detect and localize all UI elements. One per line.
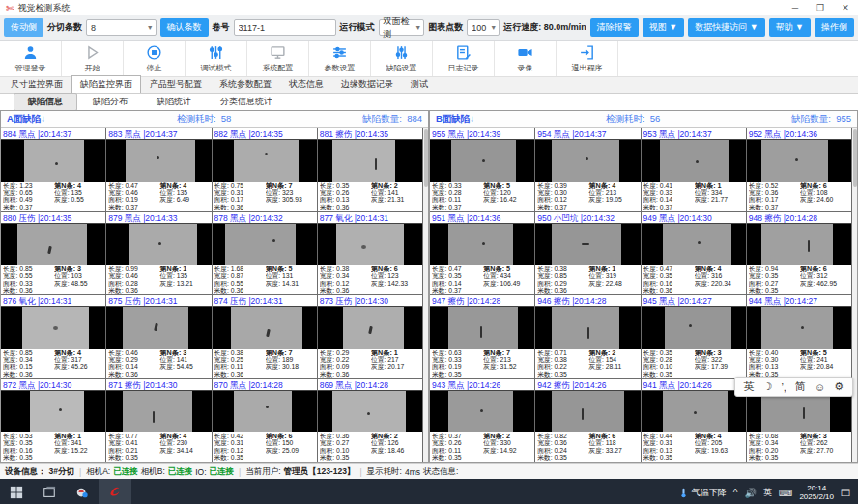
tab-4[interactable]: 系统参数配置 — [211, 75, 280, 93]
notification-center-icon[interactable]: 🗔 — [841, 488, 850, 498]
maximize-button[interactable]: ❐ — [808, 3, 833, 13]
minimize-button[interactable]: ─ — [783, 3, 808, 13]
defect-cell-870[interactable]: 870 黑点 |20:14:28长度: 0.42宽度: 0.31面积: 0.12… — [213, 379, 318, 463]
action-debug-sliders-button[interactable]: 调试模式 — [186, 41, 247, 76]
defect-thumbnail[interactable] — [106, 391, 211, 433]
clear-alarm-button[interactable]: 清除报警 — [590, 18, 639, 37]
help-menu-button[interactable]: 帮助 ▼ — [769, 18, 811, 37]
defect-thumbnail[interactable] — [213, 391, 317, 433]
defect-thumbnail[interactable] — [213, 307, 317, 349]
volume-icon[interactable]: 🔊 — [744, 488, 756, 498]
action-user-button[interactable]: 管理登录 — [0, 41, 62, 76]
action-exit-button[interactable]: 退出程序 — [557, 41, 618, 76]
defect-thumbnail[interactable] — [747, 224, 851, 266]
defect-cell-943[interactable]: 943 黑点 |20:14:26长度: 0.37宽度: 0.26面积: 0.11… — [430, 379, 535, 463]
defect-thumbnail[interactable] — [318, 391, 422, 433]
defect-thumbnail[interactable] — [430, 391, 534, 433]
panel-title[interactable]: B面缺陷↓ — [436, 113, 474, 126]
defect-thumbnail[interactable] — [106, 224, 211, 266]
defect-cell-944[interactable]: 944 黑点 |20:14:27长度: 0.40宽度: 0.30面积: 0.13… — [747, 295, 852, 379]
defect-thumbnail[interactable] — [642, 224, 746, 266]
chart-points-select[interactable]: 100▼ — [467, 19, 500, 36]
panel-title[interactable]: A面缺陷↓ — [7, 113, 45, 126]
task-view-button[interactable] — [33, 479, 66, 504]
run-mode-select[interactable]: 双面检测▼ — [379, 19, 425, 36]
keyboard-icon[interactable]: ⌨ — [779, 488, 792, 498]
defect-cell-941[interactable]: 941 黑点 |20:14:26长度: 0.44宽度: 0.31面积: 0.13… — [642, 379, 747, 463]
defect-thumbnail[interactable] — [535, 391, 640, 433]
defect-cell-950[interactable]: 950 小凹坑 |20:14:32长度: 0.38宽度: 0.85面积: 0.2… — [535, 212, 641, 296]
ime-emoji-icon[interactable]: ☺ — [815, 381, 825, 393]
defect-thumbnail[interactable] — [535, 224, 640, 266]
tab-6[interactable]: 边缘数据记录 — [332, 75, 402, 93]
defect-cell-871[interactable]: 871 擦伤 |20:14:30长度: 0.77宽度: 0.41面积: 0.21… — [106, 379, 212, 463]
defect-cell-873[interactable]: 873 压伤 |20:14:30长度: 0.29宽度: 0.22面积: 0.09… — [318, 295, 423, 379]
defect-thumbnail[interactable] — [535, 307, 640, 349]
ime-punctuation-toggle[interactable]: ’, — [781, 381, 786, 393]
tab-7[interactable]: 测试 — [402, 75, 437, 93]
defect-cell-878[interactable]: 878 黑点 |20:14:32长度: 1.68宽度: 0.87面积: 0.55… — [213, 212, 318, 296]
panel-scrollbar[interactable] — [852, 128, 857, 462]
action-monitor-button[interactable]: 系统配置 — [247, 41, 309, 76]
start-button[interactable] — [0, 479, 33, 504]
defect-cell-953[interactable]: 953 黑点 |20:14:37长度: 0.41宽度: 0.33面积: 0.14… — [642, 128, 747, 212]
defect-cell-875[interactable]: 875 压伤 |20:14:31长度: 0.46宽度: 0.29面积: 0.14… — [106, 295, 212, 379]
defect-cell-882[interactable]: 882 黑点 |20:14:35长度: 0.75宽度: 0.31面积: 0.17… — [213, 128, 318, 212]
defect-cell-884[interactable]: 884 黑点 |20:14:37长度: 1.23宽度: 0.65面积: 0.49… — [1, 128, 106, 212]
defect-thumbnail[interactable] — [747, 140, 851, 182]
close-button[interactable]: ✕ — [833, 3, 858, 13]
tab-3[interactable]: 产品型号配置 — [141, 75, 211, 93]
defect-thumbnail[interactable] — [318, 224, 422, 266]
defect-thumbnail[interactable] — [1, 140, 105, 182]
operator-side-button[interactable]: 操作侧 — [815, 18, 854, 37]
defect-cell-942[interactable]: 942 擦伤 |20:14:26长度: 0.82宽度: 0.36面积: 0.24… — [535, 379, 641, 463]
action-stop-button[interactable]: 停止 — [124, 41, 186, 76]
defect-cell-949[interactable]: 949 黑点 |20:14:30长度: 0.47宽度: 0.35面积: 0.16… — [642, 212, 747, 296]
action-log-button[interactable]: 日志记录 — [433, 41, 495, 76]
subtab-4[interactable]: 分类信息统计 — [207, 94, 286, 110]
defect-cell-945[interactable]: 945 黑点 |20:14:27长度: 0.35宽度: 0.28面积: 0.10… — [642, 295, 747, 379]
drive-side-button[interactable]: 传动侧 — [4, 18, 43, 37]
defect-thumbnail[interactable] — [642, 391, 746, 433]
defect-cell-877[interactable]: 877 氧化 |20:14:31长度: 0.38宽度: 0.34面积: 0.12… — [318, 212, 423, 296]
tab-1[interactable]: 尺寸监控界面 — [2, 75, 72, 93]
defect-thumbnail[interactable] — [1, 224, 105, 266]
inspection-app-taskbar-icon[interactable] — [99, 479, 131, 504]
defect-thumbnail[interactable] — [318, 140, 422, 182]
defect-cell-955[interactable]: 955 黑点 |20:14:39长度: 0.33宽度: 0.28面积: 0.11… — [430, 128, 535, 212]
defect-cell-879[interactable]: 879 黑点 |20:14:33长度: 0.99宽度: 0.46面积: 0.28… — [106, 212, 212, 296]
defect-cell-946[interactable]: 946 擦伤 |20:14:28长度: 0.71宽度: 0.38面积: 0.22… — [535, 295, 641, 379]
action-params-sliders-button[interactable]: 参数设置 — [309, 41, 371, 76]
subtab-2[interactable]: 缺陷分布 — [79, 94, 141, 110]
defect-thumbnail[interactable] — [318, 307, 422, 349]
defect-cell-874[interactable]: 874 压伤 |20:14:31长度: 0.38宽度: 0.25面积: 0.11… — [213, 295, 318, 379]
defect-thumbnail[interactable] — [213, 140, 317, 182]
data-quick-access-button[interactable]: 数据快捷访问 ▼ — [688, 18, 764, 37]
defect-cell-952[interactable]: 952 黑点 |20:14:36长度: 0.52宽度: 0.36面积: 0.17… — [747, 128, 852, 212]
defect-cell-872[interactable]: 872 黑点 |20:14:30长度: 0.53宽度: 0.35面积: 0.16… — [1, 379, 106, 463]
ime-indicator[interactable]: 英 — [763, 487, 772, 499]
ime-moon-icon[interactable]: ☽ — [763, 380, 773, 393]
panel-scrollbar[interactable] — [423, 128, 428, 462]
defect-thumbnail[interactable] — [430, 307, 534, 349]
defect-cell-880[interactable]: 880 压伤 |20:14:35长度: 0.85宽度: 0.55面积: 0.33… — [1, 212, 106, 296]
defect-thumbnail[interactable] — [1, 307, 105, 349]
defect-cell-881[interactable]: 881 擦伤 |20:14:35长度: 0.35宽度: 0.26面积: 0.13… — [318, 128, 423, 212]
defect-thumbnail[interactable] — [642, 140, 746, 182]
view-menu-button[interactable]: 视图 ▼ — [643, 18, 684, 37]
clock[interactable]: 20:14 2025/2/10 — [799, 484, 834, 501]
ime-simplified-toggle[interactable]: 简 — [795, 379, 806, 394]
defect-thumbnail[interactable] — [1, 391, 105, 433]
defect-cell-947[interactable]: 947 擦伤 |20:14:28长度: 0.63宽度: 0.33面积: 0.19… — [430, 295, 535, 379]
defect-thumbnail[interactable] — [747, 307, 851, 349]
tray-expand-chevron[interactable]: ^ — [733, 488, 738, 498]
media-app-icon[interactable] — [66, 479, 99, 504]
defect-thumbnail[interactable] — [535, 140, 640, 182]
defect-thumbnail[interactable] — [213, 224, 317, 266]
defect-cell-948[interactable]: 948 擦伤 |20:14:28长度: 0.94宽度: 0.35面积: 0.27… — [747, 212, 852, 296]
subtab-1[interactable]: 缺陷信息 — [14, 93, 77, 111]
weather-tray-item[interactable]: 气温下降 — [678, 487, 727, 499]
confirm-count-button[interactable]: 确认条数 — [160, 18, 209, 37]
tab-2[interactable]: 缺陷监控界面 — [72, 75, 141, 93]
defect-thumbnail[interactable] — [642, 307, 746, 349]
